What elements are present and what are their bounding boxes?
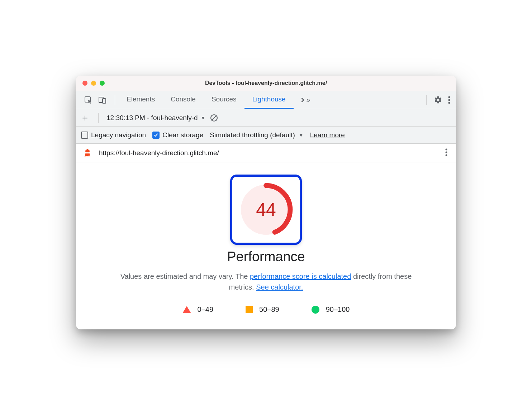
triangle-icon — [182, 306, 191, 313]
clear-all-icon[interactable] — [210, 114, 218, 122]
close-window-button[interactable] — [82, 81, 87, 86]
lighthouse-settings-bar: Legacy navigation Clear storage Simulate… — [76, 127, 456, 144]
panel-tab-list: Elements Console Sources Lighthouse » — [119, 91, 316, 109]
tab-sources[interactable]: Sources — [204, 91, 244, 109]
title-bar: DevTools - foul-heavenly-direction.glitc… — [76, 76, 456, 91]
lighthouse-toolbar: ＋ 12:30:13 PM - foul-heavenly-d ▼ — [76, 109, 456, 127]
tab-lighthouse[interactable]: Lighthouse — [244, 91, 294, 109]
svg-line-7 — [212, 116, 216, 120]
report-select[interactable]: 12:30:13 PM - foul-heavenly-d ▼ — [106, 114, 205, 122]
svg-point-14 — [446, 154, 447, 156]
window-title: DevTools - foul-heavenly-direction.glitc… — [76, 80, 456, 86]
legend-average: 50–89 — [246, 305, 279, 314]
svg-point-5 — [448, 102, 450, 104]
zoom-window-button[interactable] — [100, 81, 105, 86]
panel-tabs-row: Elements Console Sources Lighthouse » — [76, 91, 456, 109]
settings-icon[interactable] — [434, 96, 442, 104]
score-calc-link[interactable]: performance score is calculated — [250, 272, 351, 280]
desc-text: Values are estimated and may vary. The — [120, 272, 250, 280]
tab-console[interactable]: Console — [163, 91, 204, 109]
svg-rect-9 — [86, 152, 89, 153]
device-toolbar-icon[interactable] — [98, 96, 107, 104]
tab-elements[interactable]: Elements — [119, 91, 163, 109]
throttling-select[interactable]: Simulated throttling (default) ▼ — [210, 131, 303, 139]
performance-gauge: 44 — [239, 183, 293, 237]
svg-rect-2 — [103, 99, 106, 103]
square-icon — [246, 306, 253, 313]
legacy-navigation-checkbox[interactable]: Legacy navigation — [81, 131, 146, 139]
chevron-down-icon: ▼ — [299, 132, 304, 138]
minimize-window-button[interactable] — [91, 81, 96, 86]
svg-point-12 — [446, 148, 447, 150]
inspect-element-icon[interactable] — [84, 96, 92, 104]
performance-score: 44 — [239, 183, 293, 237]
score-gauge-highlight: 44 — [230, 175, 302, 245]
legacy-navigation-label: Legacy navigation — [91, 131, 146, 139]
score-description: Values are estimated and may vary. The p… — [119, 271, 413, 292]
legend-pass: 90–100 — [312, 305, 350, 314]
divider — [98, 113, 99, 123]
more-tabs-button[interactable]: » — [294, 91, 316, 109]
learn-more-link[interactable]: Learn more — [310, 131, 345, 139]
report-url: https://foul-heavenly-direction.glitch.m… — [99, 149, 437, 157]
more-options-icon[interactable] — [446, 96, 452, 104]
traffic-lights — [76, 81, 105, 86]
legend-average-label: 50–89 — [259, 305, 279, 314]
throttling-label: Simulated throttling (default) — [210, 131, 295, 139]
svg-point-4 — [448, 99, 450, 101]
legend-fail: 0–49 — [182, 305, 214, 314]
lighthouse-report: 44 Performance Values are estimated and … — [76, 162, 456, 329]
lighthouse-logo-icon — [82, 148, 92, 158]
report-menu-icon[interactable] — [443, 146, 450, 160]
legend-fail-label: 0–49 — [198, 305, 214, 314]
divider — [115, 95, 115, 105]
devtools-window: DevTools - foul-heavenly-direction.glitc… — [76, 76, 456, 329]
chevron-down-icon: ▼ — [201, 115, 206, 121]
svg-point-3 — [448, 96, 450, 98]
svg-point-13 — [446, 151, 447, 153]
divider — [426, 95, 427, 105]
circle-icon — [312, 306, 319, 314]
score-legend: 0–49 50–89 90–100 — [83, 305, 449, 314]
clear-storage-checkbox[interactable]: Clear storage — [152, 131, 203, 139]
svg-marker-8 — [85, 149, 90, 152]
see-calculator-link[interactable]: See calculator. — [256, 283, 303, 291]
category-title: Performance — [83, 249, 449, 265]
report-header: https://foul-heavenly-direction.glitch.m… — [76, 144, 456, 162]
new-report-button[interactable]: ＋ — [80, 113, 90, 123]
clear-storage-label: Clear storage — [162, 131, 203, 139]
legend-pass-label: 90–100 — [326, 305, 350, 314]
report-select-label: 12:30:13 PM - foul-heavenly-d — [106, 114, 198, 122]
